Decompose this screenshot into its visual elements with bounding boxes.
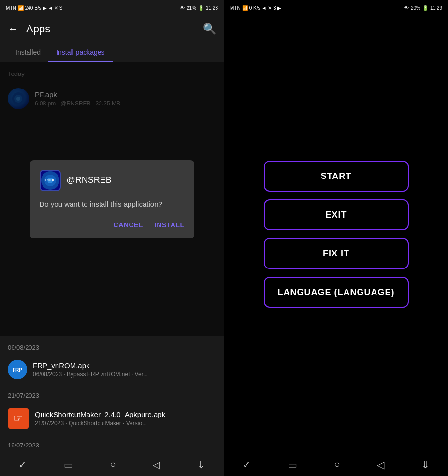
eye-icon: 👁 <box>180 5 185 11</box>
dialog-buttons: CANCEL INSTALL <box>40 221 185 229</box>
nav-menu-right[interactable]: ⇓ <box>421 459 430 471</box>
nav-home[interactable]: ○ <box>110 459 116 470</box>
section-date-2107: 21/07/2023 <box>8 392 216 399</box>
content-area: Today PF.apk 6:08 pm · @RNSREB · 32.25 M… <box>0 62 224 336</box>
bottom-nav-left: ✓ ▭ ○ ◁ ⇓ <box>0 453 224 476</box>
right-status-left: MTN 📶 0 K/s ◄ ✕ S ▶ <box>230 5 281 11</box>
svg-text:FRP: FRP <box>13 367 22 372</box>
dialog-message: Do you want to install this application? <box>40 199 185 210</box>
language-button[interactable]: LANGUAGE (LANGUAGE) <box>264 277 409 308</box>
tabs-container: Installed Install packages <box>0 43 224 62</box>
notification-icons-right: ◄ ✕ S ▶ <box>261 5 281 11</box>
time-right: 11:29 <box>430 5 442 11</box>
app-icon-frp: FRP <box>8 360 27 379</box>
dialog-app-icon: POOL <box>40 170 61 191</box>
left-status-right: 👁 21% 🔋 11:28 <box>180 5 218 11</box>
left-status-left: MTN 📶 240 B/s ▶ ◄ ✕ S <box>6 5 63 11</box>
battery-icon-right: 🔋 <box>422 5 428 11</box>
battery-icon: 🔋 <box>198 5 204 11</box>
nav-chevron-right[interactable]: ✓ <box>243 459 251 471</box>
dialog-app-name: @RNSREB <box>67 175 112 185</box>
cancel-button[interactable]: CANCEL <box>114 221 143 229</box>
nav-square[interactable]: ▭ <box>64 459 73 471</box>
dialog-header: POOL @RNSREB <box>40 170 185 191</box>
right-status-right: 👁 20% 🔋 11:29 <box>404 5 442 11</box>
app-icon-quick: ☞ <box>8 408 29 429</box>
data-speed-right: 0 K/s <box>249 5 260 11</box>
right-status-bar: MTN 📶 0 K/s ◄ ✕ S ▶ 👁 20% 🔋 11:29 <box>224 0 448 15</box>
list-item[interactable]: ☞ QuickShortcutMaker_2.4.0_Apkpure.apk 2… <box>8 403 216 434</box>
app-meta: 06/08/2023 · Bypass FRP vnROM.net · Ver.… <box>33 371 148 378</box>
svg-text:POOL: POOL <box>45 178 56 182</box>
signal-icon-right: 📶 <box>242 5 248 11</box>
tab-install-packages[interactable]: Install packages <box>48 43 112 62</box>
bottom-nav-right: ✓ ▭ ○ ◁ ⇓ <box>224 453 448 476</box>
app-info-quick: QuickShortcutMaker_2.4.0_Apkpure.apk 21/… <box>35 410 165 427</box>
left-status-bar: MTN 📶 240 B/s ▶ ◄ ✕ S 👁 21% 🔋 11:28 <box>0 0 224 15</box>
dialog-overlay: POOL @RNSREB Do you want to install this… <box>0 62 224 336</box>
app-name: QuickShortcutMaker_2.4.0_Apkpure.apk <box>35 410 165 418</box>
install-button[interactable]: INSTALL <box>155 221 185 229</box>
signal-icon: 📶 <box>18 5 24 11</box>
tab-installed[interactable]: Installed <box>8 43 48 62</box>
carrier-text: MTN <box>6 5 16 11</box>
app-meta: 21/07/2023 · QuickShortcutMaker · Versio… <box>35 420 165 427</box>
time: 11:28 <box>206 5 218 11</box>
section-date-1907: 19/07/2023 <box>8 442 216 449</box>
brightness-pct: 21% <box>187 5 196 11</box>
right-phone-screen: MTN 📶 0 K/s ◄ ✕ S ▶ 👁 20% 🔋 11:29 START … <box>224 0 448 476</box>
app-name: FRP_vnROM.apk <box>33 361 148 370</box>
nav-home-right[interactable]: ○ <box>334 459 340 470</box>
back-button[interactable]: ← <box>8 23 18 35</box>
section-date-0608: 06/08/2023 <box>8 344 216 351</box>
nav-square-right[interactable]: ▭ <box>288 459 297 471</box>
below-dialog-content: 06/08/2023 FRP FRP_vnROM.apk 06/08/2023 … <box>0 336 224 453</box>
eye-icon-right: 👁 <box>404 5 409 11</box>
nav-back-right[interactable]: ◁ <box>377 459 384 471</box>
install-dialog: POOL @RNSREB Do you want to install this… <box>30 160 194 239</box>
app-info-frp: FRP_vnROM.apk 06/08/2023 · Bypass FRP vn… <box>33 361 148 378</box>
svg-text:☞: ☞ <box>14 412 23 424</box>
search-icon[interactable]: 🔍 <box>203 23 216 35</box>
data-speed: 240 B/s <box>25 5 42 11</box>
notification-icons: ▶ ◄ ✕ S <box>43 5 63 11</box>
nav-menu[interactable]: ⇓ <box>197 459 205 471</box>
page-title: Apps <box>26 23 195 35</box>
app-header: ← Apps 🔍 <box>0 15 224 43</box>
brightness-pct-right: 20% <box>411 5 420 11</box>
left-phone-screen: MTN 📶 240 B/s ▶ ◄ ✕ S 👁 21% 🔋 11:28 ← Ap… <box>0 0 224 476</box>
exit-button[interactable]: EXIT <box>264 199 409 230</box>
right-menu-content: START EXIT FIX IT LANGUAGE (LANGUAGE) <box>224 15 448 453</box>
start-button[interactable]: START <box>264 161 409 192</box>
list-item[interactable]: FRP FRP_vnROM.apk 06/08/2023 · Bypass FR… <box>8 355 216 384</box>
nav-chevron[interactable]: ✓ <box>18 459 27 471</box>
nav-back[interactable]: ◁ <box>153 459 160 471</box>
carrier-text-right: MTN <box>230 5 241 11</box>
fixit-button[interactable]: FIX IT <box>264 238 409 269</box>
